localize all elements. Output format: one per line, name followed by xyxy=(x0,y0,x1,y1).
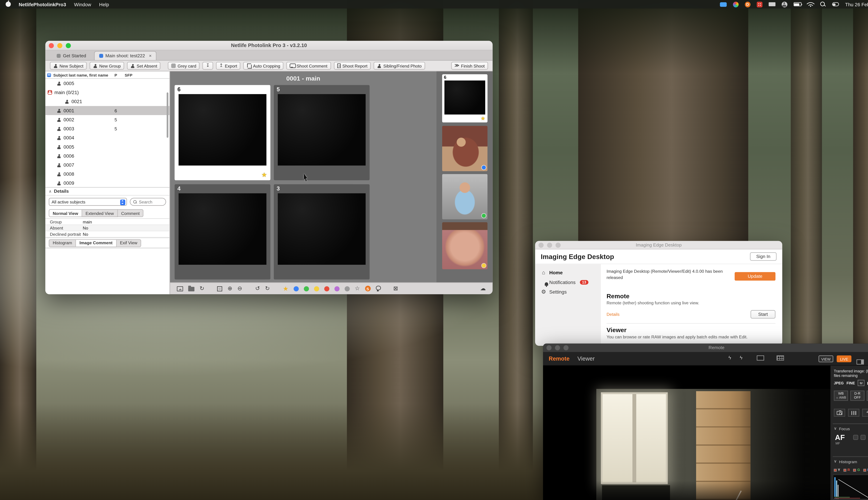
zoom-button[interactable] xyxy=(66,43,71,48)
photo-thumbnail[interactable] xyxy=(442,126,488,171)
minimize-button[interactable] xyxy=(555,345,560,350)
red-label-button[interactable] xyxy=(324,286,329,291)
column-sfp[interactable]: SFP xyxy=(125,73,132,77)
wifi-icon[interactable] xyxy=(808,1,814,8)
channel-b[interactable]: B xyxy=(863,468,868,472)
user-account-icon[interactable] xyxy=(782,1,787,8)
minimize-button[interactable] xyxy=(57,43,62,48)
drive-mode-chip[interactable] xyxy=(834,409,845,417)
export-button[interactable]: ↥ Export xyxy=(216,62,241,70)
dro-chip[interactable]: D-R OFF xyxy=(850,391,865,401)
metering-chip[interactable] xyxy=(867,391,868,401)
cloud-sync-icon[interactable]: ☁ xyxy=(480,286,486,292)
yellow-label-button[interactable] xyxy=(314,286,319,291)
jpeg-setting[interactable]: JPEG xyxy=(834,381,844,385)
menu-window[interactable]: Window xyxy=(74,1,91,7)
subject-row[interactable]: 0004 xyxy=(45,133,169,142)
tab-extended-view[interactable]: Extended View xyxy=(82,209,118,217)
focus-area-icon[interactable] xyxy=(853,435,858,440)
launchpad-icon[interactable] xyxy=(757,1,763,8)
panel-layout-icon[interactable] xyxy=(857,359,864,364)
blue-label-button[interactable] xyxy=(294,286,299,291)
column-config-icon[interactable] xyxy=(47,73,51,77)
flash-off-icon[interactable]: ϟ xyxy=(740,355,742,361)
tab-normal-view[interactable]: Normal View xyxy=(49,209,82,217)
set-absent-button[interactable]: Set Absent xyxy=(127,62,161,70)
star-icon[interactable]: ★ xyxy=(261,172,267,178)
star-icon[interactable]: ★ xyxy=(481,116,485,121)
mf-label[interactable]: MF xyxy=(835,442,840,445)
lamp-icon[interactable] xyxy=(376,285,380,292)
keyboard-icon[interactable] xyxy=(768,1,775,8)
purple-label-button[interactable] xyxy=(334,286,339,291)
sign-in-button[interactable]: Sign In xyxy=(750,252,777,261)
close-button[interactable] xyxy=(49,43,54,48)
new-group-button[interactable]: New Group xyxy=(90,62,124,70)
subject-row[interactable]: 0008 xyxy=(45,169,169,179)
rotate-right-icon[interactable]: ↻ xyxy=(265,286,270,292)
zoom-in-icon[interactable]: ⊕ xyxy=(228,286,232,292)
bracket-chip[interactable] xyxy=(848,409,859,417)
tab-exif-view[interactable]: Exif View xyxy=(116,239,141,247)
flash-chip[interactable]: ϟ xyxy=(862,409,868,417)
sibling-friend-photo-button[interactable]: Sibling/Friend Photo xyxy=(374,62,425,70)
folder-icon[interactable] xyxy=(188,286,194,292)
sony-logo-icon[interactable]: S xyxy=(365,286,370,292)
shoot-comment-button[interactable]: Shoot Comment xyxy=(286,62,331,70)
tab-main-shoot[interactable]: Main shoot: test222 × xyxy=(94,51,157,60)
new-subject-button[interactable]: New Subject xyxy=(50,62,87,70)
nav-home[interactable]: ⌂ Home xyxy=(535,268,601,277)
shoot-report-button[interactable]: Shoot Report xyxy=(334,62,371,70)
channel-y[interactable]: Y xyxy=(834,468,840,472)
zoom-button[interactable] xyxy=(556,242,561,247)
tab-close-icon[interactable]: × xyxy=(149,53,151,58)
nav-notifications[interactable]: Notifications 13 xyxy=(535,277,601,287)
tab-viewer[interactable]: Viewer xyxy=(578,355,595,362)
details-header[interactable]: ∧ Details xyxy=(45,188,169,196)
list-scrollbar[interactable] xyxy=(167,92,168,138)
rotate-left-icon[interactable]: ↺ xyxy=(255,286,260,292)
control-center-icon[interactable] xyxy=(832,1,839,8)
photo-card[interactable]: 4 xyxy=(175,184,271,280)
tab-histogram[interactable]: Histogram xyxy=(49,239,76,247)
details-link[interactable]: Details xyxy=(607,312,619,317)
star-outline-icon[interactable]: ☆ xyxy=(355,286,360,292)
green-label-button[interactable] xyxy=(304,286,309,291)
fine-setting[interactable]: FINE xyxy=(846,381,855,385)
tab-comment[interactable]: Comment xyxy=(118,209,144,217)
channel-g[interactable]: G xyxy=(853,468,860,472)
photo-card-selected[interactable]: 6 ★ xyxy=(175,85,271,180)
minimize-button[interactable] xyxy=(547,242,552,247)
photo-thumbnail[interactable] xyxy=(442,174,488,219)
tab-remote[interactable]: Remote xyxy=(549,355,570,362)
channel-r[interactable]: R xyxy=(844,468,850,472)
displaylink-icon[interactable]: D xyxy=(745,1,751,8)
column-p[interactable]: P xyxy=(115,73,117,77)
subject-row[interactable]: 0003 5 xyxy=(45,124,169,133)
auto-cropping-button[interactable]: Auto Cropping xyxy=(243,62,284,70)
face-detect-icon[interactable] xyxy=(860,435,866,440)
histogram-section-header[interactable]: ∨ Histogram xyxy=(834,459,857,464)
fullscreen-icon[interactable] xyxy=(217,286,222,291)
spotlight-icon[interactable] xyxy=(820,1,826,8)
live-view-button[interactable]: LIVE xyxy=(837,355,852,362)
app-menu[interactable]: NetlifePhotolinkPro3 xyxy=(19,1,66,7)
subject-row[interactable]: 0009 xyxy=(45,179,169,188)
photo-image[interactable] xyxy=(278,193,366,264)
live-view[interactable] xyxy=(543,366,831,500)
photo-image[interactable] xyxy=(179,193,266,264)
refresh-icon[interactable]: ↻ xyxy=(199,286,204,292)
image-comment-panel[interactable] xyxy=(45,248,169,294)
subject-row[interactable]: 0007 xyxy=(45,160,169,169)
tab-get-started[interactable]: Get Started xyxy=(52,52,91,60)
photo-card[interactable]: 5 xyxy=(274,85,369,180)
grid-overlay-icon[interactable] xyxy=(777,355,784,361)
photo-card[interactable]: 3 xyxy=(274,184,369,280)
af-mode-value[interactable]: AF xyxy=(835,434,845,441)
filmstrip-thumb[interactable]: 6 ★ xyxy=(442,74,488,123)
subject-row-selected[interactable]: 0001 6 xyxy=(45,106,169,115)
flash-mode-icon[interactable]: ϟ xyxy=(728,355,731,361)
focus-section-header[interactable]: ∨ Focus xyxy=(834,427,850,431)
menu-help[interactable]: Help xyxy=(99,1,109,7)
subject-filter-dropdown[interactable]: All active subjects xyxy=(49,198,127,206)
